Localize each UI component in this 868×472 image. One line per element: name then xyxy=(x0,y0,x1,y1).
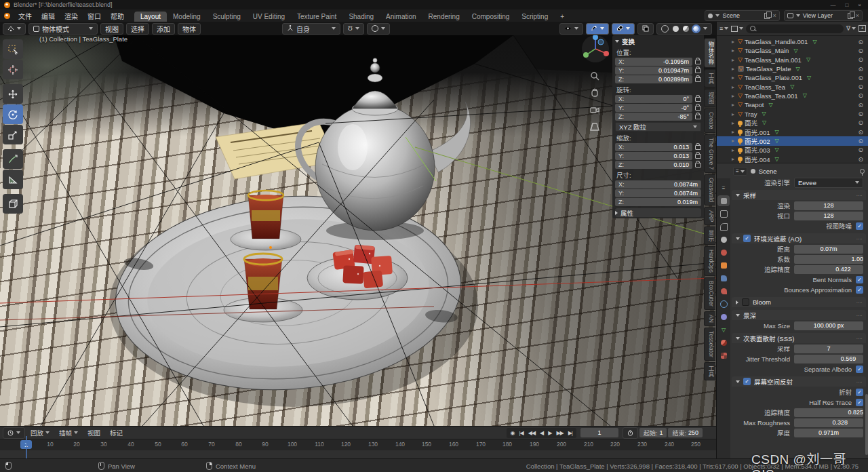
menu-keying[interactable]: 插帧 xyxy=(55,428,82,437)
expand-arrow-icon[interactable]: ▸ xyxy=(732,129,736,135)
ntab-grove[interactable]: The Grove 7 xyxy=(704,134,715,173)
dof-panel-header[interactable]: 景深 xyxy=(732,310,866,320)
hide-viewport-toggle[interactable]: ⊙ xyxy=(858,92,863,99)
outliner-row[interactable]: ▸面光▽⊙ xyxy=(717,119,868,127)
ntab-hardops[interactable]: HardOps xyxy=(704,246,715,276)
lock-icon[interactable] xyxy=(695,145,701,150)
camera-view-icon[interactable] xyxy=(589,104,601,117)
expand-arrow-icon[interactable]: ▸ xyxy=(732,138,736,144)
tab-output[interactable] xyxy=(719,210,728,218)
expand-arrow-icon[interactable]: ▸ xyxy=(732,93,736,99)
new-scene-icon[interactable] xyxy=(764,13,770,19)
expand-arrow-icon[interactable]: ▸ xyxy=(732,84,736,90)
shading-solid-button[interactable] xyxy=(673,26,679,32)
tab-material[interactable] xyxy=(719,338,728,347)
tab-sculpting[interactable]: Sculpting xyxy=(207,12,247,22)
outliner-filter-mode[interactable] xyxy=(731,26,743,32)
viewport-samples-field[interactable]: 128 xyxy=(794,212,863,220)
jump-to-end-button[interactable]: ▶| xyxy=(566,430,574,436)
outliner-row[interactable]: ▸▽TeaGlass_Tea▽⊙ xyxy=(717,82,868,91)
tab-physics[interactable] xyxy=(719,300,728,308)
tool-measure[interactable] xyxy=(3,170,23,189)
render-engine-dropdown[interactable]: Eevee xyxy=(794,178,863,188)
play-button[interactable]: ▶ xyxy=(546,430,553,436)
ao-checkbox[interactable]: ✓ xyxy=(743,235,751,242)
shading-rendered-button[interactable] xyxy=(693,26,699,32)
ssr-panel-header[interactable]: ✓屏幕空间反射 xyxy=(732,376,866,387)
menu-playback[interactable]: 回放 xyxy=(26,428,54,437)
show-overlays-toggle[interactable] xyxy=(612,23,635,35)
hide-viewport-toggle[interactable]: ⊙ xyxy=(858,146,863,153)
tool-add-cube[interactable] xyxy=(3,194,23,214)
outliner-row[interactable]: ▸▽TeaGlass_Main▽⊙ xyxy=(717,46,868,55)
lock-icon[interactable] xyxy=(695,97,701,102)
ao-panel-header[interactable]: ✓环境光遮蔽 (AO) xyxy=(732,233,866,243)
timeline-editor-type-button[interactable] xyxy=(3,427,25,439)
hide-viewport-toggle[interactable]: ⊙ xyxy=(858,102,863,109)
tab-render[interactable] xyxy=(719,197,728,205)
ssr-roughness-slider[interactable]: 0.328 xyxy=(794,418,863,427)
rotation-x-field[interactable]: X:0° xyxy=(615,95,692,103)
tab-texture[interactable] xyxy=(719,351,728,359)
location-x-field[interactable]: X:-0.1095m xyxy=(615,58,692,66)
current-frame-field[interactable]: 1 xyxy=(580,428,618,437)
record-button[interactable]: ◉ xyxy=(509,430,517,436)
ssr-checkbox[interactable]: ✓ xyxy=(743,378,751,385)
tab-uv-editing[interactable]: UV Editing xyxy=(247,12,291,22)
outliner-row-selected[interactable]: ▸面光.002▽⊙ xyxy=(717,136,868,145)
outliner-row[interactable]: ▸▽Tray▽⊙ xyxy=(717,109,868,118)
editor-type-button[interactable]: ≡ xyxy=(733,167,747,176)
bloom-checkbox[interactable] xyxy=(742,298,749,306)
ntab-tesselator[interactable]: Tesselator xyxy=(704,328,715,361)
hide-viewport-toggle[interactable]: ⊙ xyxy=(858,66,863,73)
hide-viewport-toggle[interactable]: ⊙ xyxy=(858,39,863,45)
prev-keyframe-button[interactable]: ◀◀ xyxy=(526,430,537,436)
next-keyframe-button[interactable]: ▶▶ xyxy=(554,430,565,436)
bent-normals-checkbox[interactable]: ✓ xyxy=(856,276,863,283)
ssr-precision-slider[interactable]: 0.825 xyxy=(794,408,863,417)
expand-arrow-icon[interactable]: ▸ xyxy=(732,156,736,162)
perspective-toggle-icon[interactable] xyxy=(589,121,601,134)
separate-albedo-checkbox[interactable]: ✓ xyxy=(856,366,863,373)
tool-select-box[interactable] xyxy=(3,39,23,59)
shading-material-button[interactable] xyxy=(683,26,689,32)
lock-icon[interactable] xyxy=(695,106,701,111)
tab-scripting[interactable]: Scripting xyxy=(515,12,554,22)
hide-viewport-toggle[interactable]: ⊙ xyxy=(858,111,863,117)
menu-window[interactable]: 窗口 xyxy=(83,11,106,21)
rotation-z-field[interactable]: Z:-85° xyxy=(615,113,692,121)
expand-arrow-icon[interactable]: ▸ xyxy=(732,147,736,153)
dim-y-field[interactable]: Y:0.0874m xyxy=(615,189,701,197)
sss-panel-header[interactable]: 次表面散射 (SSS) xyxy=(732,333,866,343)
pin-icon[interactable] xyxy=(860,169,865,174)
ntab-tool2[interactable]: 工具 xyxy=(704,362,715,380)
remove-view-layer-icon[interactable]: × xyxy=(856,12,859,19)
tab-compositing[interactable]: Compositing xyxy=(466,12,516,22)
ntab-create[interactable]: Create xyxy=(704,109,715,133)
hide-viewport-toggle[interactable]: ⊙ xyxy=(858,138,863,144)
tool-scale[interactable] xyxy=(3,125,23,144)
tab-modifiers[interactable] xyxy=(719,274,728,282)
outliner-row[interactable]: ▸▽TeaGlass_Main.001▽⊙ xyxy=(717,56,868,64)
show-gizmo-toggle[interactable] xyxy=(586,23,609,35)
xray-toggle[interactable] xyxy=(637,23,654,35)
tab-animation[interactable]: Animation xyxy=(380,12,422,22)
tool-annotate[interactable] xyxy=(3,149,23,169)
outliner-row[interactable]: ▸▽TeaGlass_Plate.001▽⊙ xyxy=(717,73,868,82)
expand-arrow-icon[interactable]: ▸ xyxy=(732,75,736,81)
tab-object-data[interactable]: ▽ xyxy=(719,326,728,334)
object-visibility-dropdown[interactable] xyxy=(559,23,583,35)
ao-factor-slider[interactable]: 1.00 xyxy=(794,255,863,264)
frame-end-field[interactable]: 结束:250 xyxy=(668,428,703,437)
frame-start-field[interactable]: 起始:1 xyxy=(639,428,667,437)
render-samples-field[interactable]: 128 xyxy=(794,201,863,210)
ntab-arp[interactable]: ARP xyxy=(704,207,715,225)
editor-type-button[interactable] xyxy=(3,23,26,35)
expand-arrow-icon[interactable]: ▸ xyxy=(732,66,736,72)
outliner-display-mode[interactable]: ≡ xyxy=(719,25,728,32)
sss-samples-field[interactable]: 7 xyxy=(794,345,863,353)
tool-move[interactable] xyxy=(3,84,23,104)
rotation-y-field[interactable]: Y:-0° xyxy=(615,104,692,112)
tab-shading[interactable]: Shading xyxy=(342,12,380,22)
bloom-panel-header[interactable]: Bloom xyxy=(732,297,866,307)
